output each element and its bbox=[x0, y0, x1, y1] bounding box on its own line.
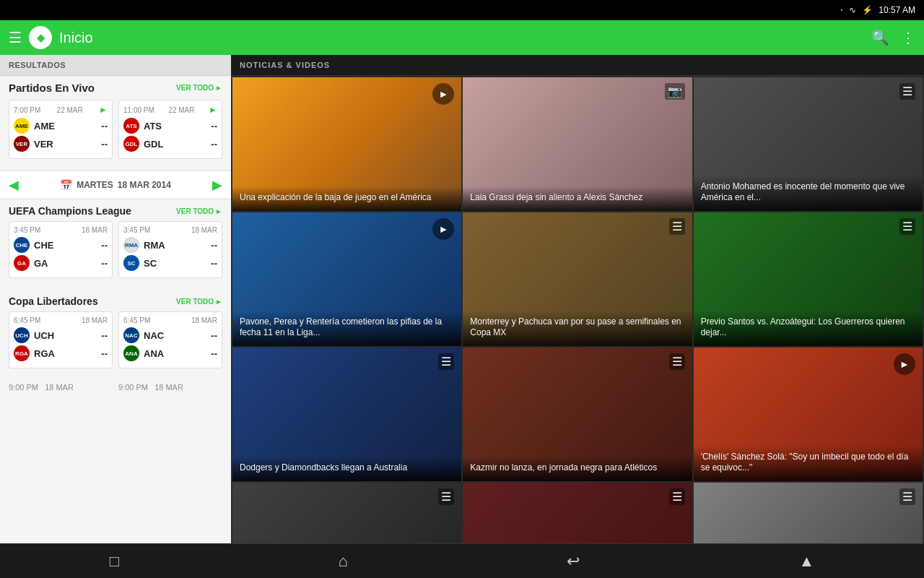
card-overlay: Laia Grassi deja sin aliento a Alexis Sá… bbox=[463, 186, 692, 211]
ga-name: GA bbox=[34, 258, 101, 269]
app-logo: ◆ bbox=[29, 26, 52, 49]
camera-icon: 📷 bbox=[665, 83, 685, 100]
next-date-button[interactable]: ▶ bbox=[212, 177, 222, 193]
uch-score: -- bbox=[101, 330, 108, 341]
card-overlay: Pavone, Perea y Rentería cometieron las … bbox=[232, 311, 461, 346]
calendar-icon: 📅 bbox=[60, 179, 72, 191]
nac-match[interactable]: 6:45 PM 18 MAR NAC NAC -- ANA ANA -- bbox=[118, 311, 222, 368]
home-button[interactable]: ⌂ bbox=[338, 552, 347, 571]
team-ame: AME AME -- bbox=[14, 118, 108, 134]
ver-score: -- bbox=[101, 139, 108, 150]
back-button[interactable]: □ bbox=[110, 552, 119, 571]
libertadores-header: Copa Libertadores VER TODO ► bbox=[9, 296, 222, 307]
ver-name: VER bbox=[34, 139, 101, 150]
prev-date-button[interactable]: ◀ bbox=[9, 177, 19, 193]
ucl-header: UEFA Champions League VER TODO ► bbox=[9, 205, 222, 217]
match-time-2: 11:00 PM 22 MAR ► bbox=[123, 105, 217, 115]
list-icon: ☰ bbox=[669, 218, 685, 235]
news-card-4[interactable]: ► Pavone, Perea y Rentería cometieron la… bbox=[232, 212, 461, 346]
team-ana: ANA ANA -- bbox=[123, 345, 217, 361]
che-match[interactable]: 3:45 PM 18 MAR CHE CHE -- GA GA -- bbox=[9, 221, 113, 278]
ana-logo: ANA bbox=[123, 345, 139, 361]
news-card-6[interactable]: ☰ Previo Santos vs. Anzoátegui: Los Guer… bbox=[694, 212, 923, 346]
gdl-name: GDL bbox=[144, 139, 211, 150]
team-gdl: GDL GDL -- bbox=[123, 136, 217, 152]
news-grid: ► Una explicación de la baja de juego en… bbox=[231, 76, 924, 543]
arrow-icon-2: ► bbox=[209, 105, 217, 115]
news-card-3[interactable]: ☰ Antonio Mohamed es inocente del moment… bbox=[694, 77, 923, 211]
che-score: -- bbox=[101, 240, 108, 251]
card-title: Laia Grassi deja sin aliento a Alexis Sá… bbox=[470, 192, 684, 204]
card-overlay: 'Chelís' Sánchez Solá: "Soy un imbecil q… bbox=[694, 446, 923, 481]
nac-name: NAC bbox=[144, 330, 211, 341]
gdl-logo: GDL bbox=[123, 136, 139, 152]
card-overlay: Una explicación de la baja de juego en e… bbox=[232, 186, 461, 211]
card-overlay: Previo Santos vs. Anzoátegui: Los Guerre… bbox=[694, 311, 923, 346]
battery-icon: ⚡ bbox=[862, 5, 873, 15]
uch-logo: UCH bbox=[14, 327, 30, 343]
card-overlay: Antonio Mohamed es inocente del momento … bbox=[694, 176, 923, 211]
content-area: NOTICIAS & VIDEOS ► Una explicación de l… bbox=[231, 55, 924, 543]
nac-time: 6:45 PM 18 MAR bbox=[123, 316, 217, 324]
main-layout: RESULTADOS Partidos En Vivo VER TODO ► 7… bbox=[0, 55, 924, 543]
more-icon[interactable]: ⋮ bbox=[901, 29, 915, 46]
news-card-12[interactable]: ☰ Noticias deportivas 3 bbox=[694, 483, 923, 543]
card-title: Pavone, Perea y Rentería cometieron las … bbox=[240, 316, 454, 339]
rga-name: RGA bbox=[34, 348, 101, 359]
card-title: Previo Santos vs. Anzoátegui: Los Guerre… bbox=[701, 316, 915, 339]
live-matches-section: Partidos En Vivo VER TODO ► 7:00 PM 22 M… bbox=[0, 76, 231, 171]
news-card-9[interactable]: ► 'Chelís' Sánchez Solá: "Soy un imbecil… bbox=[694, 348, 923, 481]
bluetooth-icon: ⋅ bbox=[840, 5, 843, 15]
live-ver-todo[interactable]: VER TODO ► bbox=[175, 84, 222, 92]
news-card-7[interactable]: ☰ Dodgers y Diamondbacks llegan a Austra… bbox=[232, 348, 461, 481]
list-icon: ☰ bbox=[438, 488, 454, 505]
team-rma: RMA RMA -- bbox=[123, 237, 217, 253]
team-ga: GA GA -- bbox=[14, 255, 108, 271]
ana-name: ANA bbox=[144, 348, 211, 359]
recent-button[interactable]: ↩ bbox=[567, 552, 580, 571]
che-name: CHE bbox=[34, 240, 101, 251]
date-center: 📅 MARTES 18 MAR 2014 bbox=[19, 179, 212, 191]
che-time: 3:45 PM 18 MAR bbox=[14, 226, 108, 234]
sidebar: RESULTADOS Partidos En Vivo VER TODO ► 7… bbox=[0, 55, 231, 543]
rga-score: -- bbox=[101, 348, 108, 359]
ats-name: ATS bbox=[144, 121, 211, 131]
ga-logo: GA bbox=[14, 255, 30, 271]
date-label: 18 MAR 2014 bbox=[118, 180, 171, 190]
match-card-2[interactable]: 11:00 PM 22 MAR ► ATS ATS -- GDL GDL -- bbox=[118, 100, 222, 159]
ats-logo: ATS bbox=[123, 118, 139, 134]
hamburger-icon[interactable]: ☰ bbox=[9, 29, 22, 46]
news-card-1[interactable]: ► Una explicación de la baja de juego en… bbox=[232, 77, 461, 211]
gdl-score: -- bbox=[211, 139, 217, 150]
logo-symbol: ◆ bbox=[37, 32, 45, 43]
news-card-10[interactable]: ☰ Noticias deportivas 1 bbox=[232, 483, 461, 543]
more-times-row: 9:00 PM 18 MAR 9:00 PM 18 MAR bbox=[0, 380, 231, 394]
libertadores-ver-todo[interactable]: VER TODO ► bbox=[175, 298, 222, 306]
team-uch: UCH UCH -- bbox=[14, 327, 108, 343]
ana-score: -- bbox=[211, 348, 217, 359]
card-image bbox=[232, 483, 461, 543]
rma-logo: RMA bbox=[123, 237, 139, 253]
scroll-up-button[interactable]: ▲ bbox=[799, 552, 815, 571]
rma-match[interactable]: 3:45 PM 18 MAR RMA RMA -- SC SC -- bbox=[118, 221, 222, 278]
news-card-2[interactable]: 📷 Laia Grassi deja sin aliento a Alexis … bbox=[463, 77, 692, 211]
ucl-ver-todo[interactable]: VER TODO ► bbox=[175, 207, 222, 215]
list-icon: ☰ bbox=[669, 488, 685, 505]
ucl-section: UEFA Champions League VER TODO ► 3:45 PM… bbox=[0, 199, 231, 290]
sc-score: -- bbox=[211, 258, 217, 269]
card-overlay: Dodgers y Diamondbacks llegan a Australi… bbox=[232, 457, 461, 481]
libertadores-title: Copa Libertadores bbox=[9, 296, 98, 307]
card-title: Dodgers y Diamondbacks llegan a Australi… bbox=[240, 462, 454, 474]
card-title: Una explicación de la baja de juego en e… bbox=[240, 192, 454, 204]
uch-time: 6:45 PM 18 MAR bbox=[14, 316, 108, 324]
rga-logo: RGA bbox=[14, 345, 30, 361]
uch-match[interactable]: 6:45 PM 18 MAR UCH UCH -- RGA RGA -- bbox=[9, 311, 113, 368]
news-card-5[interactable]: ☰ Monterrey y Pachuca van por su pase a … bbox=[463, 212, 692, 346]
rma-time: 3:45 PM 18 MAR bbox=[123, 226, 217, 234]
list-icon: ☰ bbox=[899, 218, 915, 235]
news-card-8[interactable]: ☰ Kazmir no lanza, en jornada negra para… bbox=[463, 348, 692, 481]
arrow-icon: ► bbox=[99, 105, 108, 115]
news-card-11[interactable]: ☰ Noticias deportivas 2 bbox=[463, 483, 692, 543]
search-icon[interactable]: 🔍 bbox=[871, 29, 889, 46]
match-card-1[interactable]: 7:00 PM 22 MAR ► AME AME -- VER VER -- bbox=[9, 100, 113, 159]
